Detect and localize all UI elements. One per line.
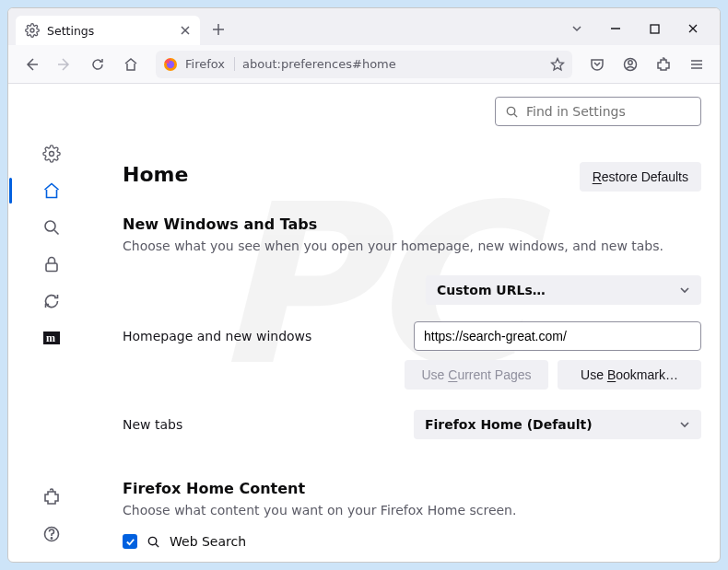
svg-rect-1 xyxy=(651,25,659,33)
bookmark-star-icon[interactable] xyxy=(550,57,565,72)
settings-sidebar: m xyxy=(8,84,95,562)
svg-point-7 xyxy=(45,221,55,231)
svg-text:m: m xyxy=(46,332,55,344)
extensions-button[interactable] xyxy=(650,51,677,78)
sidebar-item-home[interactable] xyxy=(35,174,68,207)
chevron-down-icon xyxy=(679,285,690,296)
homepage-url-input[interactable] xyxy=(414,321,701,351)
svg-point-13 xyxy=(507,107,514,114)
section-home-content-title: Firefox Home Content xyxy=(123,480,701,497)
firefox-logo-icon xyxy=(163,57,178,72)
find-in-settings-input[interactable]: Find in Settings xyxy=(495,97,701,126)
minimize-button[interactable] xyxy=(596,15,635,42)
app-menu-button[interactable] xyxy=(683,51,710,78)
maximize-button[interactable] xyxy=(635,15,674,42)
back-button[interactable] xyxy=(18,51,45,78)
search-icon xyxy=(147,535,160,549)
sidebar-item-general[interactable] xyxy=(35,137,68,170)
sidebar-item-privacy[interactable] xyxy=(35,248,68,281)
svg-point-14 xyxy=(148,537,156,544)
sidebar-item-search[interactable] xyxy=(35,211,68,244)
section-new-windows-title: New Windows and Tabs xyxy=(123,215,701,233)
gear-icon xyxy=(25,23,40,38)
sidebar-item-extensions[interactable] xyxy=(35,481,68,514)
pocket-button[interactable] xyxy=(583,51,611,78)
use-current-pages-button: Use Current Pages xyxy=(405,360,548,390)
svg-point-6 xyxy=(50,152,54,157)
tab-strip: Settings xyxy=(8,8,720,45)
tab-settings[interactable]: Settings xyxy=(16,16,200,45)
newtabs-select[interactable]: Firefox Home (Default) xyxy=(414,410,701,439)
svg-point-5 xyxy=(628,60,632,64)
sidebar-item-sync[interactable] xyxy=(35,285,68,318)
list-all-tabs-button[interactable] xyxy=(558,15,596,42)
sidebar-item-more-mozilla[interactable]: m xyxy=(35,321,68,355)
reload-button[interactable] xyxy=(84,51,112,78)
websearch-checkbox[interactable] xyxy=(123,534,137,549)
homepage-label: Homepage and new windows xyxy=(123,329,399,343)
section-new-windows-desc: Choose what you see when you open your h… xyxy=(123,238,701,253)
tab-close-button[interactable] xyxy=(180,25,191,36)
restore-defaults-button[interactable]: Restore Defaults xyxy=(580,162,701,192)
home-button[interactable] xyxy=(117,51,145,78)
tab-title: Settings xyxy=(47,24,94,38)
svg-rect-8 xyxy=(46,263,57,272)
find-placeholder: Find in Settings xyxy=(526,104,626,119)
settings-main: Find in Settings Home Restore Defaults N… xyxy=(95,84,720,562)
chevron-down-icon xyxy=(679,419,690,430)
section-home-content-desc: Choose what content you want on your Fir… xyxy=(123,503,701,518)
new-tab-button[interactable] xyxy=(205,17,231,42)
url-bar[interactable]: Firefox about:preferences#home xyxy=(156,51,572,78)
sidebar-item-support[interactable] xyxy=(35,518,68,551)
svg-point-12 xyxy=(51,538,52,539)
forward-button xyxy=(51,51,78,78)
websearch-label: Web Search xyxy=(170,534,246,549)
navigation-toolbar: Firefox about:preferences#home xyxy=(8,45,720,84)
svg-point-0 xyxy=(30,29,34,32)
homepage-mode-select[interactable]: Custom URLs… xyxy=(426,275,701,305)
url-text: about:preferences#home xyxy=(242,57,396,71)
account-button[interactable] xyxy=(616,51,644,78)
identity-label: Firefox xyxy=(185,57,235,71)
search-icon xyxy=(505,105,519,119)
close-window-button[interactable] xyxy=(674,15,712,42)
window-controls xyxy=(558,15,712,42)
use-bookmark-button[interactable]: Use Bookmark… xyxy=(558,360,701,390)
newtabs-label: New tabs xyxy=(123,417,399,432)
